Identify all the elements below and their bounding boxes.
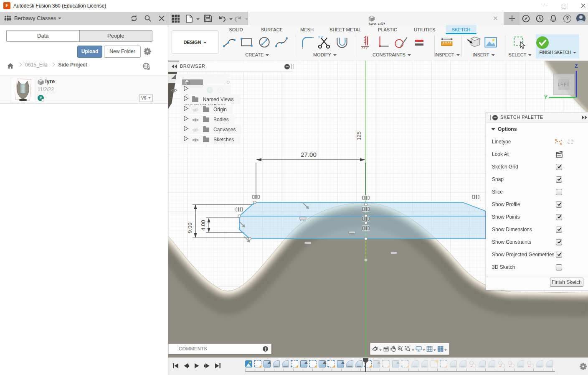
settings-gear-icon[interactable] bbox=[143, 47, 152, 56]
look-at-icon[interactable] bbox=[555, 151, 563, 158]
sketch-grid-checkbox[interactable] bbox=[556, 164, 562, 170]
timeline-item-sketch[interactable] bbox=[328, 360, 335, 367]
project-item-lyre[interactable]: lyre 11/2/22 E V6 bbox=[0, 75, 168, 104]
notifications-bell-icon[interactable] bbox=[550, 15, 557, 23]
visibility-eye-icon[interactable] bbox=[192, 138, 199, 143]
version-selector[interactable]: V6 bbox=[139, 94, 153, 102]
timeline-item-project[interactable] bbox=[507, 360, 514, 367]
3d-sketch-checkbox[interactable] bbox=[556, 264, 562, 270]
expand-icon[interactable] bbox=[183, 126, 188, 131]
refresh-icon[interactable] bbox=[130, 15, 138, 22]
slice-checkbox[interactable] bbox=[556, 189, 562, 195]
search-icon[interactable] bbox=[144, 15, 152, 22]
new-folder-button[interactable]: New Folder bbox=[104, 46, 141, 58]
offset-tool-icon[interactable] bbox=[334, 34, 350, 51]
drag-handle[interactable] bbox=[488, 115, 491, 120]
timeline-item-extrude[interactable] bbox=[373, 360, 380, 367]
timeline-item-sketch[interactable] bbox=[309, 360, 317, 367]
insert-dropdown[interactable]: INSERT bbox=[463, 52, 504, 58]
viewport-canvas[interactable]: 27.00 125 4.00 9.00 bbox=[168, 61, 588, 357]
show-projected-geometries-checkbox[interactable] bbox=[556, 252, 562, 258]
browser-node-named-views[interactable]: Named Views bbox=[181, 95, 240, 104]
timeline-item-sketch[interactable] bbox=[440, 360, 447, 367]
pan-hand-icon[interactable] bbox=[390, 345, 396, 352]
show-constraints-checkbox[interactable] bbox=[556, 239, 562, 245]
create-dropdown[interactable]: CREATE bbox=[223, 52, 292, 58]
grid-settings-caret[interactable] bbox=[433, 349, 436, 352]
equal-constraint-icon[interactable] bbox=[410, 34, 429, 51]
display-settings-caret[interactable] bbox=[423, 349, 425, 352]
zoom-window-icon[interactable] bbox=[405, 345, 411, 352]
tab-people[interactable]: People bbox=[79, 31, 152, 41]
browser-root-row[interactable]: lyre v6 E bbox=[168, 74, 229, 83]
vertical-horizontal-constraint-icon[interactable] bbox=[375, 34, 391, 51]
breadcrumb-folder[interactable]: 0615_Elia bbox=[25, 62, 47, 68]
close-document-icon[interactable] bbox=[493, 16, 498, 20]
dimension-vertical-value[interactable]: 125 bbox=[356, 131, 362, 140]
expand-icon[interactable] bbox=[183, 136, 188, 141]
trim-tool-icon[interactable] bbox=[317, 34, 332, 51]
sketch-palette-header[interactable]: SKETCH PALETTE bbox=[486, 112, 588, 123]
browser-node-sketches[interactable]: Sketches bbox=[181, 135, 240, 144]
visibility-eye-icon[interactable] bbox=[171, 88, 177, 93]
timeline-item-extrude[interactable] bbox=[392, 360, 399, 367]
timeline-position-marker[interactable] bbox=[363, 358, 368, 372]
visibility-eye-off-icon[interactable] bbox=[192, 107, 199, 112]
maximize-button[interactable] bbox=[555, 0, 572, 12]
close-panel-icon[interactable] bbox=[158, 15, 165, 22]
timeline-ruler[interactable] bbox=[245, 369, 555, 372]
circle-tool-icon[interactable] bbox=[256, 34, 272, 51]
timeline-item-fillet[interactable] bbox=[273, 360, 280, 367]
breadcrumb-current[interactable]: Side Project bbox=[58, 62, 87, 68]
resize-handle[interactable] bbox=[270, 346, 273, 351]
browser-node-canvases[interactable]: Canvases bbox=[181, 125, 241, 134]
finish-sketch-button[interactable]: FINISH SKETCH bbox=[536, 34, 579, 59]
dimension-inner-value[interactable]: 4.00 bbox=[200, 220, 206, 230]
collapse-browser-icon[interactable] bbox=[172, 64, 177, 69]
root-expander-icon[interactable] bbox=[171, 74, 176, 79]
comments-bar[interactable]: COMMENTS bbox=[168, 344, 271, 354]
show-dimensions-checkbox[interactable] bbox=[556, 227, 562, 233]
select-tool-icon[interactable] bbox=[512, 34, 527, 51]
browser-node-document-settings[interactable]: Document Settings bbox=[181, 85, 231, 94]
remove-icon[interactable] bbox=[492, 115, 498, 120]
timeline-item-canvas[interactable] bbox=[245, 360, 252, 367]
timeline-item-fillet[interactable] bbox=[450, 360, 457, 367]
user-avatar[interactable] bbox=[576, 13, 586, 23]
snap-checkbox[interactable] bbox=[556, 176, 562, 183]
dimension-width-value[interactable]: 27.00 bbox=[301, 151, 317, 158]
sketch-point[interactable] bbox=[364, 258, 367, 261]
browser-node-bodies[interactable]: Bodies bbox=[181, 115, 235, 124]
insert-mesh-icon[interactable] bbox=[466, 34, 482, 51]
tab-solid[interactable]: SOLID bbox=[229, 25, 243, 34]
timeline-item-fillet[interactable] bbox=[459, 360, 466, 367]
upload-button[interactable]: Upload bbox=[77, 46, 102, 58]
expand-icon[interactable] bbox=[183, 106, 188, 111]
remove-icon[interactable] bbox=[284, 64, 290, 69]
design-workspace-dropdown[interactable]: DESIGN bbox=[172, 31, 218, 54]
options-section-header[interactable]: Options bbox=[486, 123, 588, 135]
timeline-item-sketch[interactable] bbox=[291, 360, 298, 367]
tab-mesh[interactable]: MESH bbox=[300, 25, 314, 34]
timeline-item-extrude[interactable] bbox=[337, 360, 344, 367]
orbit-caret[interactable] bbox=[379, 349, 382, 352]
add-comment-icon[interactable] bbox=[263, 346, 268, 352]
viewports-caret[interactable] bbox=[444, 349, 447, 352]
grid-snap-settings-icon[interactable] bbox=[426, 345, 433, 352]
redo-icon[interactable] bbox=[234, 15, 242, 22]
timeline-step-back-icon[interactable] bbox=[183, 362, 190, 369]
timeline-item-fillet[interactable] bbox=[488, 360, 495, 367]
minimize-button[interactable] bbox=[536, 0, 553, 12]
timeline-go-to-start-icon[interactable] bbox=[172, 362, 179, 369]
team-name[interactable]: Berbawy Classes bbox=[14, 15, 61, 21]
close-button[interactable] bbox=[575, 0, 588, 12]
rectangle-tool-icon[interactable] bbox=[239, 34, 255, 51]
fillet-tool-icon[interactable] bbox=[299, 34, 315, 51]
dimension-outer-value[interactable]: 9.00 bbox=[187, 222, 193, 233]
timeline-item-extrude[interactable] bbox=[300, 360, 307, 367]
show-points-checkbox[interactable] bbox=[556, 214, 562, 220]
orbit-icon[interactable] bbox=[372, 345, 378, 352]
timeline-settings-gear-icon[interactable] bbox=[579, 362, 587, 370]
timeline-item-project[interactable] bbox=[498, 360, 505, 367]
expand-icon[interactable] bbox=[183, 116, 188, 121]
